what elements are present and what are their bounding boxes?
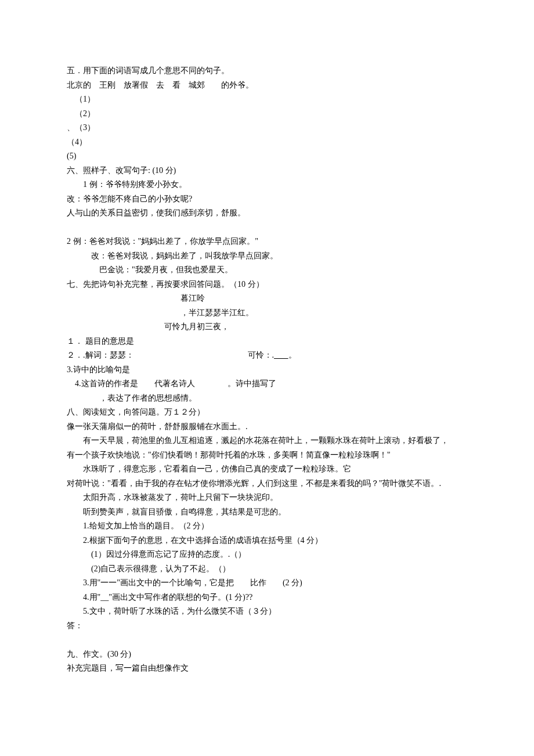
q8-sub2b: (2)自己表示很得意，认为了不起。（） — [67, 562, 467, 577]
q7-title: 七、先把诗句补充完整，再按要求回答问题。（10 分） — [67, 278, 467, 292]
q8-ans: 答： — [67, 619, 467, 633]
q8-p1: 像一张天蒲扇似一的荷叶，舒舒服服铺在水面土。. — [67, 420, 467, 434]
q5-item-4: （4） — [67, 135, 467, 150]
q7-sub2c: 。 — [288, 351, 297, 359]
q9-line: 补充完题目，写一篇自由想像作文 — [67, 661, 467, 676]
q6-ex2b: 改：爸爸对我说，妈妈出差了，叫我放学早点回家。 — [67, 249, 467, 264]
q8-sub4: 4.用"__"画出文中写作者的联想的句子。(1 分)?? — [67, 591, 467, 605]
q8-sub2a: (1）因过分得意而忘记了应持的态度。.（） — [67, 548, 467, 562]
q8-sub5: 5.文中，荷叶听了水珠的话，为什么微笑不语（３分） — [67, 604, 467, 619]
q8-sub1: 1.给短文加上恰当的题目。（2 分） — [67, 519, 467, 534]
q6-ex1c: 人与山的关系日益密切，使我们感到亲切，舒服。 — [67, 206, 467, 221]
q5-title: 五．用下面的词语写成几个意思不同的句子。 — [67, 64, 467, 78]
q7-poem-line1-text: ，半江瑟瑟半江红。 — [181, 308, 254, 317]
q7-sub2b: 可怜：. — [248, 351, 275, 359]
q5-item-2: （2） — [67, 107, 467, 121]
spacer-2 — [67, 633, 467, 647]
q7-poem-title: 暮江呤 — [67, 291, 467, 306]
q6-ex1a: 1 例：爷爷特别疼爱小孙女。 — [67, 178, 467, 192]
q8-p5: 对荷叶说："看看，由于我的存在钻才使你增添光辉，人们到这里，不都是来看我的吗？"… — [67, 477, 467, 491]
q7-sub1: １． 题目的意思是 — [67, 334, 467, 349]
q6-title: 六、照样子、改写句子: (10 分) — [67, 164, 467, 178]
q8-p6: 太阳升高，水珠被蒸发了，荷叶上只留下一块块泥印。 — [67, 491, 467, 505]
q7-sub3: 3.诗中的比喻句是 — [67, 363, 467, 377]
q7-sub4b: ，表达了作者的思想感情。 — [67, 391, 467, 406]
q8-sub2: 2.根据下面句子的意思，在文中选择合适的成语填在括号里（4 分） — [67, 534, 467, 548]
q5-item-1: （1） — [67, 92, 467, 107]
q5-words: 北京的 王刚 放署假 去 看 城郊 的外爷。 — [67, 78, 467, 93]
q6-ex2c: 巴金说："我爱月夜，但我也爱星天。 — [67, 263, 467, 278]
q8-sub3: 3.用"一一"画出文中的一个比喻句，它是把 比作 (2 分) — [67, 576, 467, 591]
q7-poem-line2: 可怜九月初三夜， — [67, 320, 467, 334]
q7-sub2a: ２．.解词：瑟瑟： — [67, 351, 134, 359]
q8-title: 八、阅读短文，向答问题。万１２分） — [67, 405, 467, 420]
q6-ex1b: 改：爷爷怎能不疼自己的小孙女呢? — [67, 192, 467, 207]
q5-item-3: 、（3） — [67, 121, 467, 135]
spacer — [67, 221, 467, 235]
q5-item-5: (5) — [67, 149, 467, 164]
q6-ex2a: 2 例：爸爸对我说："妈妈出差了，你放学早点回家。" — [67, 235, 467, 249]
q7-sub4a: 4.这首诗的作者是 代著名诗人 。诗中描写了 — [67, 377, 467, 391]
q7-poem-line1: ，半江瑟瑟半江红。 — [67, 306, 467, 321]
q8-p2: 有一天早晨，荷池里的鱼儿互相追逐，溅起的水花落在荷叶上，一颗颗水珠在荷叶上滚动，… — [67, 434, 467, 448]
q9-title: 九、作文。(30 分) — [67, 647, 467, 662]
q7-sub2: ２．.解词：瑟瑟：可怜：. 。 — [67, 348, 467, 363]
q8-p3: 有一个孩子欢快地说："你们快看哟！那荷叶托着的水珠，多美啊！简直像一粒粒珍珠啊！… — [67, 448, 467, 463]
q8-p7: 听到赞美声，就盲目骄傲，自鸣得意，其结果是可悲的。 — [67, 505, 467, 520]
q7-blank — [274, 351, 288, 359]
q8-p4: 水珠听了，得意忘形，它看着自一己，仿佛自己真的变成了一粒粒珍珠。它 — [67, 462, 467, 477]
